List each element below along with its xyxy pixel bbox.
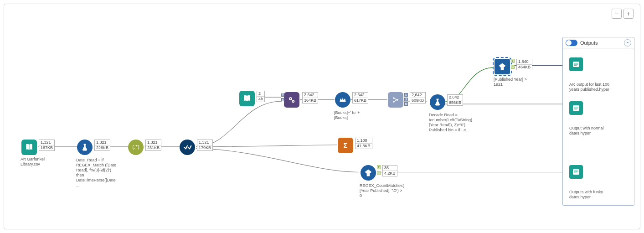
svg-point-3 — [290, 98, 291, 99]
tf-ports: T F — [511, 59, 515, 69]
node-append-fields[interactable]: 2,642 364KB T S — [284, 92, 299, 108]
node-regex-parse[interactable]: (.*) 1,321 231KB — [128, 140, 144, 155]
wires-layer — [4, 4, 640, 229]
node-stats: 2,642 617KB — [352, 92, 368, 104]
node-formula-date-read[interactable]: 1,321 226KB Date_Read = if REGEX_Match (… — [77, 140, 93, 155]
node-stats: 2 4b — [257, 91, 265, 102]
select-icon — [180, 140, 195, 155]
svg-text:Σ: Σ — [343, 141, 347, 149]
node-formula-decade[interactable]: 2,642 656KB Decade Read = tonumber(Left(… — [430, 94, 445, 110]
node-caption: Art Garfunkel Library.csv — [21, 157, 62, 167]
node-stats: 2,642 609KB — [410, 92, 426, 104]
node-select[interactable]: 1,321 179KB — [180, 140, 195, 155]
node-text-input[interactable]: 2 4b — [239, 91, 255, 106]
join-icon — [388, 92, 403, 108]
node-generate-rows[interactable]: 2,642 617KB [Books]+' to '+[Books] — [335, 92, 350, 108]
sigma-icon: Σ — [338, 138, 353, 153]
node-join[interactable]: LJR 2,642 609KB — [388, 92, 403, 108]
gears-icon — [284, 92, 299, 108]
node-stats: 1,321 167KB — [39, 140, 55, 151]
node-stats: 35 4.2KB — [382, 165, 397, 176]
node-caption: Date_Read = if REGEX_Match ([Date Read],… — [76, 158, 120, 188]
outputs-toggle[interactable] — [566, 40, 577, 46]
output-caption: Outputs with funky dates.hyper — [569, 190, 619, 200]
output-icon — [569, 165, 583, 179]
zoom-controls: − + — [612, 9, 634, 19]
node-caption: REGEX_CountMatches([Year Published], '\D… — [360, 183, 405, 198]
flask-icon — [430, 94, 445, 110]
output-caption: Arc output for last 100 years published.… — [569, 82, 619, 92]
outputs-title: Outputs — [580, 40, 598, 46]
node-stats: 1,100 41.8KB — [355, 138, 372, 149]
node-filter-published-year[interactable]: T F 1,840 464KB [Published Year] > 1921 — [495, 59, 510, 74]
output-caption: Output with normal dates.hyper — [569, 126, 619, 136]
book-icon — [21, 140, 37, 155]
regex-icon: (.*) — [128, 140, 144, 155]
svg-text:(.*): (.*) — [132, 144, 139, 150]
node-caption: [Books]+' to '+[Books] — [334, 110, 366, 120]
filter-icon — [495, 59, 510, 74]
output-funky-dates[interactable]: Outputs with funky dates.hyper — [569, 165, 629, 200]
node-filter-regex-count[interactable]: T F 35 4.2KB REGEX_CountMatches([Year Pu… — [361, 165, 376, 181]
node-input-csv[interactable]: 1,321 167KB Art Garfunkel Library.csv — [21, 140, 37, 155]
node-caption: [Published Year] > 1921 — [494, 77, 535, 87]
node-stats: 2,642 656KB — [447, 94, 463, 106]
node-stats: 1,840 464KB — [516, 59, 532, 70]
svg-point-4 — [293, 101, 294, 102]
book-icon — [239, 91, 255, 106]
outputs-header: Outputs — [563, 37, 634, 48]
output-arc-last-100[interactable]: Arc output for last 100 years published.… — [569, 57, 629, 92]
outputs-container[interactable]: Outputs Arc output for last 100 years pu… — [562, 37, 634, 206]
node-caption: Decade Read = tonumber(Left(ToString([Ye… — [429, 113, 473, 133]
collapse-icon[interactable] — [624, 39, 631, 47]
output-normal-dates[interactable]: Output with normal dates.hyper — [569, 101, 629, 136]
output-ports: LJR — [404, 93, 408, 106]
zoom-out-button[interactable]: − — [612, 9, 622, 19]
zoom-in-button[interactable]: + — [623, 9, 634, 19]
output-icon — [569, 57, 583, 71]
output-icon — [569, 101, 583, 115]
crown-icon — [335, 92, 350, 108]
filter-icon — [361, 165, 376, 181]
node-stats: 2,642 364KB — [302, 92, 318, 104]
workflow-canvas[interactable]: − + 1,321 167KB Art Garfunkel Library.cs… — [4, 4, 640, 229]
flask-icon — [77, 140, 93, 155]
node-stats: 1,321 231KB — [145, 140, 161, 151]
tf-ports: T F — [377, 165, 381, 175]
node-stats: 1,321 226KB — [94, 140, 110, 151]
node-summarize[interactable]: Σ 1,100 41.8KB — [338, 138, 353, 153]
node-stats: 1,321 179KB — [197, 140, 213, 151]
